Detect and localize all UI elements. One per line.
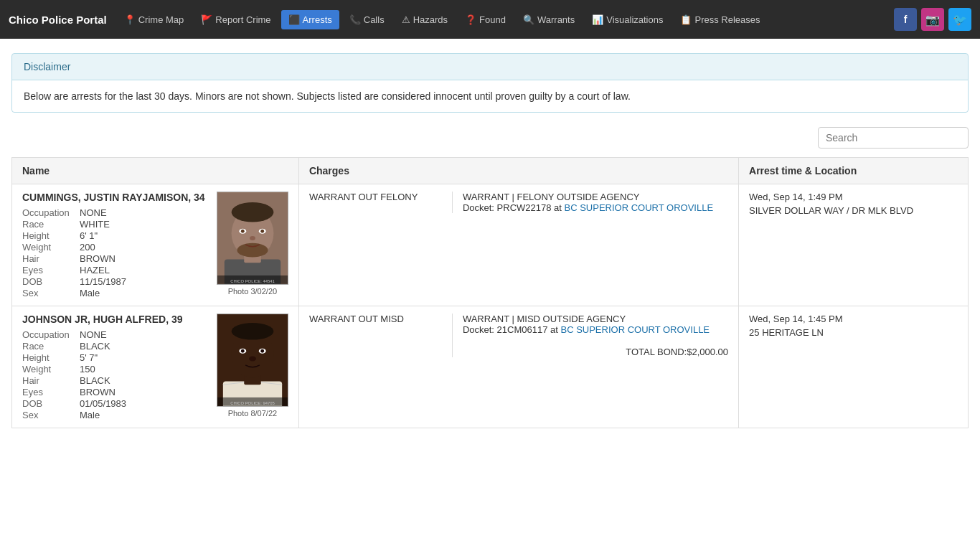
eyes-label-2: Eyes xyxy=(22,387,80,397)
occ-label-2: Occupation xyxy=(22,329,80,340)
press-icon: 📋 xyxy=(680,14,692,25)
sex-label-2: Sex xyxy=(22,410,80,420)
arrests-table: Name Charges Arrest time & Location CUMM… xyxy=(11,157,969,428)
nav-press-releases[interactable]: 📋 Press Releases xyxy=(673,10,767,29)
race-label-1: Race xyxy=(22,219,80,230)
charge-detail-1: WARRANT | FELONY OUTSIDE AGENCY Docket: … xyxy=(453,192,728,213)
navbar: Chico Police Portal 📍 Crime Map 🚩 Report… xyxy=(0,0,980,39)
arrest-location-2: 25 HERITAGE LN xyxy=(749,327,958,338)
person-cell-1: CUMMINGS, JUSTIN RAYJAMISON, 34 Occupati… xyxy=(12,184,299,306)
occ-label-1: Occupation xyxy=(22,207,80,218)
person-cell-2: JOHNSON JR, HUGH ALFRED, 39 Occupation N… xyxy=(12,306,299,428)
found-icon: ❓ xyxy=(465,14,476,25)
nav-found[interactable]: ❓ Found xyxy=(458,10,513,29)
weight-value-2: 150 xyxy=(80,364,207,375)
nav-crime-map[interactable]: 📍 Crime Map xyxy=(117,10,192,29)
sex-value-1: Male xyxy=(80,288,207,298)
dob-label-2: DOB xyxy=(22,398,80,409)
charges-cell-1: WARRANT OUT FELONY WARRANT | FELONY OUTS… xyxy=(298,184,738,306)
social-links: f 📷 🐦 xyxy=(894,8,971,31)
instagram-link[interactable]: 📷 xyxy=(921,8,944,31)
weight-label-2: Weight xyxy=(22,364,80,375)
svg-point-21 xyxy=(241,349,245,353)
charge-detail-text-2: WARRANT | MISD OUTSIDE AGENCY xyxy=(463,314,728,324)
hazards-icon: ⚠ xyxy=(402,14,410,25)
disclaimer-body: Below are arrests for the last 30 days. … xyxy=(12,80,968,112)
race-label-2: Race xyxy=(22,341,80,352)
col-header-arrest: Arrest time & Location xyxy=(739,158,969,184)
nav-warrants[interactable]: 🔍 Warrants xyxy=(516,10,582,29)
height-label-2: Height xyxy=(22,352,80,363)
bond-amount-2: TOTAL BOND:$2,000.00 xyxy=(463,342,728,357)
table-header-row: Name Charges Arrest time & Location xyxy=(12,158,969,184)
dob-value-2: 01/05/1983 xyxy=(80,398,207,409)
weight-value-1: 200 xyxy=(80,242,207,253)
arrest-time-2: Wed, Sep 14, 1:45 PM xyxy=(749,314,958,324)
photo-wrap-2: CHICO POLICE: 94705 Photo 8/07/22 xyxy=(217,314,288,418)
nav-arrests[interactable]: ⬛ Arrests xyxy=(281,10,339,29)
docket-line-2: Docket: 21CM06117 at BC SUPERIOR COURT O… xyxy=(463,324,728,335)
flag-icon: 🚩 xyxy=(201,14,212,25)
svg-point-10 xyxy=(250,236,255,240)
col-header-name: Name xyxy=(12,158,299,184)
svg-point-5 xyxy=(237,243,268,258)
svg-point-19 xyxy=(231,323,273,340)
charge-detail-2: WARRANT | MISD OUTSIDE AGENCY Docket: 21… xyxy=(453,314,728,357)
hair-value-1: BROWN xyxy=(80,253,207,264)
charge-detail-text-1: WARRANT | FELONY OUTSIDE AGENCY xyxy=(463,192,728,202)
svg-point-24 xyxy=(249,357,256,362)
svg-text:CHICO POLICE: 94705: CHICO POLICE: 94705 xyxy=(230,401,275,405)
table-row: JOHNSON JR, HUGH ALFRED, 39 Occupation N… xyxy=(12,306,969,428)
docket-link-1[interactable]: BC SUPERIOR COURT OROVILLE xyxy=(565,202,714,213)
height-value-1: 6' 1" xyxy=(80,230,207,241)
hair-label-1: Hair xyxy=(22,253,80,264)
dob-value-1: 11/15/1987 xyxy=(80,276,207,287)
photo-caption-2: Photo 8/07/22 xyxy=(228,409,278,418)
race-value-1: WHITE xyxy=(80,219,207,230)
table-row: CUMMINGS, JUSTIN RAYJAMISON, 34 Occupati… xyxy=(12,184,969,306)
mugshot-2: CHICO POLICE: 94705 xyxy=(217,314,288,407)
brand-title: Chico Police Portal xyxy=(9,14,107,26)
search-input[interactable] xyxy=(818,127,969,149)
svg-point-9 xyxy=(260,230,264,233)
docket-line-1: Docket: PRCW22178 at BC SUPERIOR COURT O… xyxy=(463,202,728,213)
warrants-icon: 🔍 xyxy=(523,14,534,25)
person-name-1: CUMMINGS, JUSTIN RAYJAMISON, 34 xyxy=(22,192,207,203)
height-value-2: 5' 7" xyxy=(80,352,207,363)
charge-primary-2: WARRANT OUT MISD xyxy=(309,314,453,357)
svg-point-7 xyxy=(241,230,245,233)
hair-label-2: Hair xyxy=(22,375,80,386)
hair-value-2: BLACK xyxy=(80,375,207,386)
occ-value-2: NONE xyxy=(80,329,207,340)
facebook-link[interactable]: f xyxy=(894,8,917,31)
nav-hazards[interactable]: ⚠ Hazards xyxy=(395,10,455,29)
photo-wrap-1: CHICO POLICE: 44541 Photo 3/02/20 xyxy=(217,192,288,296)
disclaimer-box: Disclaimer Below are arrests for the las… xyxy=(11,53,969,113)
nav-report-crime[interactable]: 🚩 Report Crime xyxy=(194,10,278,29)
svg-point-23 xyxy=(260,349,264,353)
col-header-charges: Charges xyxy=(298,158,738,184)
search-row xyxy=(11,127,969,149)
occ-value-1: NONE xyxy=(80,207,207,218)
pin-icon: 📍 xyxy=(124,14,136,25)
race-value-2: BLACK xyxy=(80,341,207,352)
disclaimer-header: Disclaimer xyxy=(12,54,968,80)
arrest-cell-2: Wed, Sep 14, 1:45 PM 25 HERITAGE LN xyxy=(739,306,969,428)
arrest-cell-1: Wed, Sep 14, 1:49 PM SILVER DOLLAR WAY /… xyxy=(739,184,969,306)
nav-calls[interactable]: 📞 Calls xyxy=(342,10,392,29)
mugshot-1: CHICO POLICE: 44541 xyxy=(217,192,288,285)
arrest-location-1: SILVER DOLLAR WAY / DR MLK BLVD xyxy=(749,205,958,216)
nav-visualizations[interactable]: 📊 Visualizations xyxy=(585,10,670,29)
docket-link-2[interactable]: BC SUPERIOR COURT OROVILLE xyxy=(560,324,710,335)
charge-primary-1: WARRANT OUT FELONY xyxy=(309,192,453,213)
height-label-1: Height xyxy=(22,230,80,241)
charges-cell-2: WARRANT OUT MISD WARRANT | MISD OUTSIDE … xyxy=(298,306,738,428)
arrest-time-1: Wed, Sep 14, 1:49 PM xyxy=(749,192,958,202)
sex-value-2: Male xyxy=(80,410,207,420)
photo-caption-1: Photo 3/02/20 xyxy=(228,287,278,296)
eyes-value-2: BROWN xyxy=(80,387,207,397)
arrests-icon: ⬛ xyxy=(288,14,300,25)
main-content: Disclaimer Below are arrests for the las… xyxy=(0,39,980,443)
sex-label-1: Sex xyxy=(22,288,80,298)
twitter-link[interactable]: 🐦 xyxy=(948,8,971,31)
